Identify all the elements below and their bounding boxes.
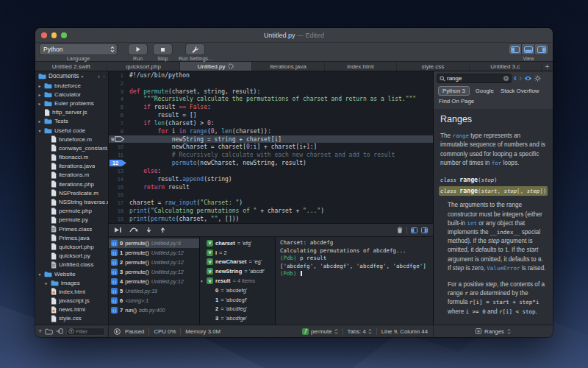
editor-gutter[interactable]: 5 [109, 103, 128, 111]
docs-forward-button[interactable]: › [519, 75, 522, 82]
tree-folder-bruteforce[interactable]: ▸bruteforce [35, 81, 108, 90]
editor-gutter[interactable]: 9 [109, 135, 128, 144]
doc-link[interactable]: range [452, 132, 469, 139]
code-line-12[interactable]: 12 permute(newCharset, newString, result… [109, 159, 433, 167]
tree-folder-tests[interactable]: ▸Tests [35, 117, 108, 126]
editor-gutter[interactable]: 2 [109, 79, 128, 88]
eye-icon[interactable] [524, 76, 532, 81]
tree-folder-website[interactable]: ▾Website [35, 269, 108, 278]
editor-gutter[interactable]: 1 [109, 71, 128, 79]
step-out-button[interactable] [159, 227, 166, 233]
editor-gutter[interactable]: 7 [109, 119, 128, 127]
disclosure-icon[interactable]: ▾ [37, 272, 42, 277]
docs-back-button[interactable]: ‹ [514, 75, 517, 82]
tab-untitled-py[interactable]: Untitled.py [180, 62, 252, 71]
tree-folder-euler-problems[interactable]: ▸Euler problems [35, 99, 108, 107]
disclosure-icon[interactable]: ▾ [201, 279, 204, 283]
editor-gutter[interactable]: 12 [109, 159, 128, 167]
tree-file-index-html[interactable]: index.html [35, 287, 108, 296]
disclosure-icon[interactable]: ▸ [37, 101, 42, 106]
tree-file-primes-class[interactable]: Primes.class [35, 224, 108, 233]
new-tab-button[interactable]: + [542, 62, 553, 71]
doc-source-google[interactable]: Google [475, 87, 495, 95]
code-line-19[interactable]: 19print(permute(charset, "", [])) [109, 215, 433, 223]
variable-child-1[interactable]: 1= 'abcdegf' [200, 295, 275, 305]
language-selector[interactable]: Python [40, 44, 117, 54]
code-line-16[interactable]: 16 [109, 191, 433, 199]
doc-source-python-3[interactable]: Python 3 [438, 86, 470, 96]
stack-frame-2[interactable]: ()2permute()Untitled.py:12 [109, 258, 199, 267]
add-file-button[interactable]: + [38, 328, 42, 335]
code-line-17[interactable]: 17charset = raw_input("Charset: ") [109, 199, 433, 207]
continue-button[interactable] [114, 227, 122, 233]
console-split-view-button[interactable] [411, 227, 417, 233]
close-window-button[interactable] [41, 32, 47, 38]
clear-console-button[interactable] [397, 227, 403, 233]
editor-gutter[interactable]: 19 [109, 215, 128, 223]
code-line-15[interactable]: 15 return result [109, 183, 433, 191]
stop-button[interactable] [154, 44, 172, 54]
docs-search-field[interactable]: × [437, 74, 512, 83]
variable-charset[interactable]: Vcharset= 'efg' [200, 238, 275, 248]
editor-gutter[interactable]: 15 [109, 183, 128, 191]
editor-gutter[interactable]: 6 [109, 111, 128, 119]
stack-frame-6[interactable]: ()6<string>:1 [109, 296, 199, 305]
tree-header[interactable]: Documents ▾ ‹ › [35, 71, 108, 81]
doc-source-stack-overflow[interactable]: Stack Overflow [500, 87, 539, 95]
variable-result[interactable]: ▾Vresult= 4 items [200, 276, 275, 286]
code-line-11[interactable]: 11 # Recursively calculate with each new… [109, 151, 433, 159]
disclosure-icon[interactable]: ▾ [37, 128, 42, 133]
docs-section-selector[interactable]: Ranges [484, 328, 504, 335]
editor-gutter[interactable]: 3 [109, 88, 128, 96]
console-full-view-button[interactable] [421, 227, 428, 233]
code-line-13[interactable]: 13 else: [109, 167, 433, 175]
code-line-8[interactable]: 8 for i in range(0, len(charset)): [109, 127, 433, 135]
code-line-6[interactable]: 6 result = [] [109, 111, 433, 119]
gear-icon[interactable] [534, 75, 541, 82]
disclosure-icon[interactable]: ▸ [44, 280, 49, 286]
step-into-button[interactable] [146, 227, 152, 233]
toggle-docs-button[interactable] [535, 44, 548, 54]
editor-gutter[interactable]: 16 [109, 191, 128, 199]
tree-file-style-css[interactable]: style.css [35, 314, 108, 323]
code-line-14[interactable]: 14 result.append(string) [109, 175, 433, 183]
tree-file-news-html[interactable]: news.html [35, 305, 108, 314]
tree-file-conways-constant-m[interactable]: conways_constant.m [35, 144, 108, 152]
tree-file-iterations-java[interactable]: iterations.java [35, 162, 108, 171]
filter-field[interactable] [66, 328, 105, 336]
function-popup[interactable]: ƒ permute [302, 328, 338, 335]
variable-newCharset[interactable]: VnewCharset= 'eg' [200, 258, 275, 267]
editor-gutter[interactable]: 4 [109, 95, 128, 103]
code-line-3[interactable]: 3def permute(charset, string, result): [109, 88, 433, 96]
tree-file-fibonacci-m[interactable]: fibonacci.m [35, 153, 108, 162]
doc-link[interactable]: int [467, 220, 477, 227]
editor-gutter[interactable]: 18 [109, 207, 128, 215]
code-line-18[interactable]: 18print("Calculating permutations of " +… [109, 207, 433, 215]
tree-file-bruteforce-m[interactable]: bruteforce.m [35, 135, 108, 144]
variable-newString[interactable]: VnewString= 'abcdf' [200, 266, 275, 276]
tree-file-iterations-php[interactable]: iterations.php [35, 180, 108, 188]
run-button[interactable] [129, 44, 147, 54]
editor-gutter[interactable]: 14 [109, 175, 128, 183]
variable-child-3[interactable]: 3= 'abcdfge' [200, 314, 275, 323]
stack-frame-4[interactable]: ()4permute()Untitled.py:12 [109, 277, 199, 286]
stack-frame-0[interactable]: ()0permute()Untitled.py:9 [109, 238, 199, 248]
stack-frame-5[interactable]: ()5Untitled.py:19 [109, 286, 199, 296]
debug-console[interactable]: Charset: abcdefgCalculating permutations… [276, 237, 433, 325]
stack-frame-7[interactable]: ()7run()bdb.py:400 [109, 305, 199, 315]
minimize-window-button[interactable] [51, 32, 57, 38]
tree-file-iterations-m[interactable]: iterations.m [35, 171, 108, 180]
tree-folder-calculator[interactable]: ▸Calculator [35, 90, 108, 99]
tree-file-quicksort-py[interactable]: quicksort.py [35, 252, 108, 261]
tab-style-css[interactable]: style.css [397, 62, 469, 71]
toggle-console-button[interactable] [522, 44, 535, 54]
code-line-9[interactable]: 9 newString = string + charset[i] [109, 135, 433, 144]
stack-frame-3[interactable]: ()3permute()Untitled.py:12 [109, 267, 199, 277]
variable-i[interactable]: Vi= 2 [200, 248, 275, 258]
editor-gutter[interactable]: 11 [109, 151, 128, 159]
zoom-window-button[interactable] [61, 32, 67, 38]
doc-source-find-on-page[interactable]: Find On Page [438, 97, 475, 105]
tree-file-primes-java[interactable]: Primes.java [35, 233, 108, 242]
filter-input[interactable] [76, 328, 103, 335]
new-folder-button[interactable] [45, 328, 53, 335]
